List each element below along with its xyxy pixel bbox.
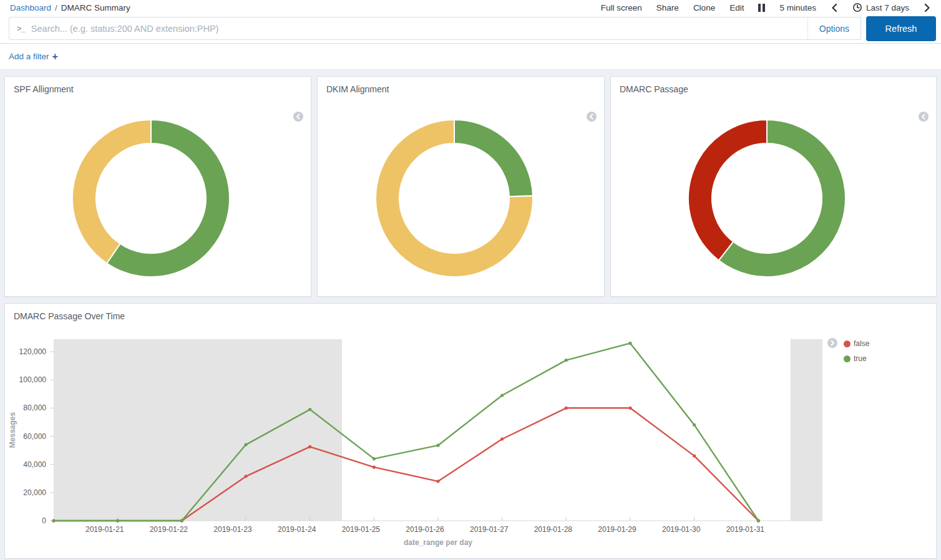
data-point-true[interactable] bbox=[180, 519, 183, 522]
incomplete-data-endzone-left bbox=[54, 339, 342, 521]
y-axis-title: Messages bbox=[8, 412, 17, 448]
y-axis-tick-label: 40,000 bbox=[23, 460, 46, 469]
search-bar: >_ Options bbox=[9, 17, 861, 40]
donut-slice-true[interactable] bbox=[454, 120, 533, 196]
incomplete-data-endzone-right bbox=[791, 339, 822, 521]
query-bar: >_ Options Refresh bbox=[0, 15, 941, 44]
time-back-chevron-icon[interactable] bbox=[831, 3, 838, 12]
y-axis-tick-label: 60,000 bbox=[23, 432, 46, 441]
breadcrumb-separator: / bbox=[55, 3, 57, 12]
data-point-true[interactable] bbox=[436, 444, 439, 447]
legend-item-true[interactable]: true bbox=[844, 354, 869, 363]
legend-label: false bbox=[854, 339, 869, 348]
time-forward-chevron-icon[interactable] bbox=[924, 3, 931, 12]
dashboard-grid: SPF Allignment DKIM Alignment DMARC Pass… bbox=[0, 70, 941, 560]
y-axis-tick-label: 20,000 bbox=[23, 488, 46, 497]
x-axis-tick-label: 2019-01-23 bbox=[213, 525, 252, 534]
donut-slice-false[interactable] bbox=[72, 120, 151, 263]
data-point-true[interactable] bbox=[308, 408, 311, 411]
x-axis-tick-label: 2019-01-24 bbox=[278, 525, 316, 534]
panel-dmarc-passage: DMARC Passage bbox=[610, 76, 937, 297]
edit-button[interactable]: Edit bbox=[729, 3, 744, 12]
data-point-true[interactable] bbox=[373, 457, 376, 460]
x-axis-tick-label: 2019-01-28 bbox=[534, 525, 573, 534]
spf-donut-chart[interactable] bbox=[70, 117, 232, 279]
y-axis-tick-label: 0 bbox=[42, 516, 46, 525]
data-point-true[interactable] bbox=[52, 519, 55, 522]
data-point-false[interactable] bbox=[500, 437, 504, 440]
nav-actions: Full screen Share Clone Edit 5 minutes L… bbox=[601, 2, 931, 12]
add-filter-label: Add a filter bbox=[9, 52, 49, 61]
legend-expand-icon[interactable] bbox=[827, 338, 837, 348]
dmarc-donut-chart[interactable] bbox=[686, 117, 848, 279]
refresh-interval-button[interactable]: 5 minutes bbox=[779, 3, 816, 12]
data-point-true[interactable] bbox=[116, 519, 119, 522]
filter-bar: Add a filter + bbox=[0, 44, 941, 70]
data-point-false[interactable] bbox=[565, 407, 568, 410]
breadcrumb: Dashboard / DMARC Summary bbox=[10, 3, 130, 12]
data-point-false[interactable] bbox=[436, 480, 439, 483]
full-screen-button[interactable]: Full screen bbox=[601, 3, 642, 12]
legend-collapse-icon[interactable] bbox=[293, 112, 303, 122]
false-series-color-dot bbox=[844, 340, 851, 347]
x-axis-tick-label: 2019-01-21 bbox=[85, 525, 124, 534]
data-point-false[interactable] bbox=[373, 466, 376, 469]
plus-icon: + bbox=[52, 52, 58, 62]
dmarc-over-time-line-chart[interactable]: 020,00040,00060,00080,000100,000120,0002… bbox=[5, 304, 936, 558]
clone-button[interactable]: Clone bbox=[693, 3, 715, 12]
time-range-label: Last 7 days bbox=[866, 3, 909, 12]
x-axis-tick-label: 2019-01-26 bbox=[406, 525, 444, 534]
x-axis-tick-label: 2019-01-30 bbox=[662, 525, 701, 534]
legend-item-false[interactable]: false bbox=[844, 339, 869, 348]
dkim-donut-chart[interactable] bbox=[373, 117, 535, 279]
legend-collapse-icon[interactable] bbox=[919, 112, 929, 122]
panel-title: DMARC Passage bbox=[611, 77, 936, 102]
panel-title: DKIM Alignment bbox=[318, 77, 604, 102]
x-axis-tick-label: 2019-01-25 bbox=[342, 525, 381, 534]
donut-slice-false[interactable] bbox=[688, 120, 766, 261]
panel-dmarc-over-time: 020,00040,00060,00080,000100,000120,0002… bbox=[4, 303, 937, 559]
data-point-true[interactable] bbox=[500, 393, 504, 397]
x-axis-tick-label: 2019-01-31 bbox=[726, 525, 765, 534]
data-point-true[interactable] bbox=[244, 443, 247, 446]
x-axis-tick-label: 2019-01-22 bbox=[150, 525, 188, 534]
add-filter-link[interactable]: Add a filter + bbox=[9, 52, 58, 62]
panel-title: DMARC Passage Over Time bbox=[5, 304, 936, 329]
data-point-true[interactable] bbox=[757, 519, 760, 522]
data-point-true[interactable] bbox=[565, 359, 568, 362]
x-axis-title: date_range per day bbox=[404, 538, 472, 547]
y-axis-tick-label: 120,000 bbox=[19, 347, 47, 356]
data-point-false[interactable] bbox=[244, 475, 247, 478]
options-button[interactable]: Options bbox=[807, 17, 861, 39]
terminal-prompt-icon: >_ bbox=[9, 24, 31, 33]
pause-autorefresh-icon[interactable] bbox=[758, 4, 765, 12]
x-axis-tick-label: 2019-01-27 bbox=[470, 525, 509, 534]
true-series-color-dot bbox=[844, 355, 851, 362]
data-point-true[interactable] bbox=[693, 423, 696, 427]
search-input[interactable] bbox=[31, 17, 807, 39]
refresh-button[interactable]: Refresh bbox=[866, 16, 936, 41]
data-point-false[interactable] bbox=[693, 455, 696, 458]
panel-spf-alignment: SPF Allignment bbox=[4, 76, 311, 297]
legend-collapse-icon[interactable] bbox=[587, 112, 597, 122]
chart-legend: false true bbox=[844, 339, 869, 363]
clock-icon bbox=[852, 2, 862, 12]
panel-title: SPF Allignment bbox=[5, 77, 311, 102]
page-title: DMARC Summary bbox=[61, 3, 130, 12]
time-picker-button[interactable]: Last 7 days bbox=[852, 2, 909, 12]
top-navbar: Dashboard / DMARC Summary Full screen Sh… bbox=[0, 0, 941, 15]
y-axis-tick-label: 80,000 bbox=[23, 403, 46, 412]
y-axis-tick-label: 100,000 bbox=[19, 375, 47, 384]
data-point-false[interactable] bbox=[628, 407, 631, 410]
panel-dkim-alignment: DKIM Alignment bbox=[317, 76, 605, 297]
legend-label: true bbox=[854, 354, 867, 363]
x-axis-tick-label: 2019-01-29 bbox=[598, 525, 636, 534]
data-point-false[interactable] bbox=[308, 445, 311, 448]
share-button[interactable]: Share bbox=[656, 3, 679, 12]
breadcrumb-dashboard-link[interactable]: Dashboard bbox=[10, 3, 51, 12]
data-point-true[interactable] bbox=[628, 342, 631, 345]
